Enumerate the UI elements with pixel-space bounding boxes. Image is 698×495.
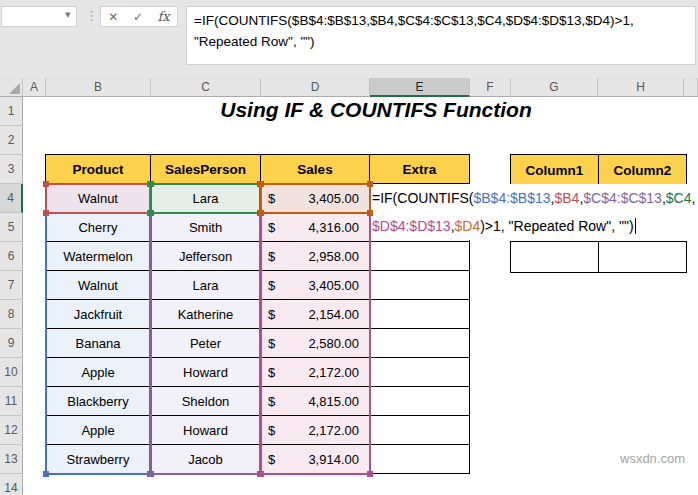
product-cell[interactable]: Watermelon — [46, 242, 151, 271]
salesperson-cell[interactable]: Howard — [151, 358, 261, 387]
row-header-12[interactable]: 12 — [0, 416, 23, 445]
extra-cell[interactable] — [370, 329, 470, 358]
sales-cell[interactable]: $3,405.00 — [261, 271, 370, 300]
sales-cell[interactable]: $3,914.00 — [261, 445, 370, 474]
row-header-8[interactable]: 8 — [0, 300, 23, 329]
header-column1[interactable]: Column1 — [511, 155, 599, 187]
sales-amount: 4,815.00 — [308, 394, 359, 409]
product-cell[interactable]: Jackfruit — [46, 300, 151, 329]
product-cell[interactable]: Cherry — [46, 213, 151, 242]
product-cell[interactable]: Banana — [46, 329, 151, 358]
salesperson-cell[interactable]: Smith — [151, 213, 261, 242]
sales-cell[interactable]: $2,172.00 — [261, 358, 370, 387]
table-row: Strawberry Jacob $3,914.00 — [46, 445, 470, 474]
product-cell[interactable]: Apple — [46, 358, 151, 387]
row-header-1[interactable]: 1 — [0, 97, 23, 126]
extra-cell[interactable] — [370, 445, 470, 474]
sales-amount: 3,405.00 — [308, 191, 359, 206]
extra-cell[interactable] — [370, 387, 470, 416]
product-cell[interactable]: Apple — [46, 416, 151, 445]
separator-dots-icon: ⋮ — [85, 8, 98, 23]
enter-icon[interactable]: ✓ — [133, 10, 143, 24]
extra-cell[interactable] — [370, 416, 470, 445]
right-table-headers: Column1 Column2 — [510, 154, 687, 187]
row-header-13[interactable]: 13 — [0, 445, 23, 474]
header-column2[interactable]: Column2 — [599, 155, 687, 187]
sales-amount: 4,316.00 — [308, 220, 359, 235]
column-header-c[interactable]: C — [151, 78, 261, 97]
empty-cell-h6[interactable] — [599, 242, 687, 273]
product-cell[interactable]: Walnut — [46, 271, 151, 300]
salesperson-cell[interactable]: Lara — [151, 271, 261, 300]
row-header-3[interactable]: 3 — [0, 155, 23, 184]
insert-function-icon[interactable]: fx — [158, 9, 170, 24]
row-header-6[interactable]: 6 — [0, 242, 23, 271]
sales-cell[interactable]: $4,316.00 — [261, 213, 370, 242]
row-header-4-selected[interactable]: 4 — [0, 184, 23, 213]
salesperson-cell[interactable]: Jefferson — [151, 242, 261, 271]
column-header-partial[interactable] — [684, 78, 698, 97]
header-salesperson[interactable]: SalesPerson — [151, 155, 261, 184]
column-header-h[interactable]: H — [598, 78, 684, 97]
select-all-corner[interactable] — [0, 78, 23, 97]
row-header-5[interactable]: 5 — [0, 213, 23, 242]
column-header-d[interactable]: D — [261, 78, 370, 97]
product-cell[interactable]: Strawberry — [46, 445, 151, 474]
salesperson-cell[interactable]: Lara — [151, 184, 261, 213]
row-header-10[interactable]: 10 — [0, 358, 23, 387]
currency-symbol: $ — [268, 220, 275, 235]
row-header-14[interactable]: 14 — [0, 474, 23, 495]
sales-cell[interactable]: $2,958.00 — [261, 242, 370, 271]
column-header-f[interactable]: F — [470, 78, 511, 97]
sales-cell[interactable]: $2,172.00 — [261, 416, 370, 445]
salesperson-cell[interactable]: Sheldon — [151, 387, 261, 416]
formula-bar-line1: =IF(COUNTIFS($B$4:$B$13,$B4,$C$4:$C$13,$… — [194, 10, 688, 31]
cell-formula-line2: $D$4:$D$13,$D4)>1, "Repeated Row", "") — [372, 212, 698, 240]
row-header-2[interactable]: 2 — [0, 126, 23, 155]
column-header-e-selected[interactable]: E — [370, 78, 470, 97]
sales-cell[interactable]: $2,580.00 — [261, 329, 370, 358]
excel-window: ▾ ⋮ ✕ ✓ fx =IF(COUNTIFS($B$4:$B$13,$B4,$… — [0, 0, 698, 495]
table-row: Banana Peter $2,580.00 — [46, 329, 470, 358]
sales-cell[interactable]: $2,154.00 — [261, 300, 370, 329]
sheet-title: Using IF & COUNTIFS Function — [76, 98, 676, 122]
formula-buttons: ✕ ✓ fx — [100, 6, 178, 27]
salesperson-cell[interactable]: Jacob — [151, 445, 261, 474]
right-table-empty-row — [510, 241, 687, 273]
header-extra[interactable]: Extra — [370, 155, 470, 184]
extra-cell[interactable] — [370, 271, 470, 300]
row-header-7[interactable]: 7 — [0, 271, 23, 300]
currency-symbol: $ — [268, 249, 275, 264]
currency-symbol: $ — [268, 365, 275, 380]
header-product[interactable]: Product — [46, 155, 151, 184]
table-header-row: Product SalesPerson Sales Extra — [46, 155, 470, 184]
salesperson-cell[interactable]: Peter — [151, 329, 261, 358]
extra-cell[interactable] — [370, 358, 470, 387]
column-header-g[interactable]: G — [511, 78, 598, 97]
chevron-down-icon[interactable]: ▾ — [65, 8, 71, 21]
empty-cell-g6[interactable] — [511, 242, 599, 273]
salesperson-cell[interactable]: Howard — [151, 416, 261, 445]
extra-cell[interactable] — [370, 300, 470, 329]
row-header-9[interactable]: 9 — [0, 329, 23, 358]
header-sales[interactable]: Sales — [261, 155, 370, 184]
sales-amount: 2,958.00 — [308, 249, 359, 264]
salesperson-cell[interactable]: Katherine — [151, 300, 261, 329]
cell-formula-editor[interactable]: =IF(COUNTIFS($B$4:$B$13,$B4,$C$4:$C$13,$… — [370, 184, 698, 240]
cancel-icon[interactable]: ✕ — [108, 10, 118, 24]
table-row: Jackfruit Katherine $2,154.00 — [46, 300, 470, 329]
product-cell[interactable]: Walnut — [46, 184, 151, 213]
ref-b4: $B4 — [554, 190, 579, 206]
column-header-b[interactable]: B — [46, 78, 151, 97]
product-cell[interactable]: Blackberry — [46, 387, 151, 416]
extra-cell[interactable] — [370, 242, 470, 271]
sales-cell[interactable]: $3,405.00 — [261, 184, 370, 213]
sales-cell[interactable]: $4,815.00 — [261, 387, 370, 416]
currency-symbol: $ — [268, 278, 275, 293]
sales-amount: 2,580.00 — [308, 336, 359, 351]
formula-bar-input[interactable]: =IF(COUNTIFS($B$4:$B$13,$B4,$C$4:$C$13,$… — [186, 6, 696, 65]
column-header-a[interactable]: A — [23, 78, 46, 97]
currency-symbol: $ — [268, 336, 275, 351]
row-header-11[interactable]: 11 — [0, 387, 23, 416]
currency-symbol: $ — [268, 423, 275, 438]
